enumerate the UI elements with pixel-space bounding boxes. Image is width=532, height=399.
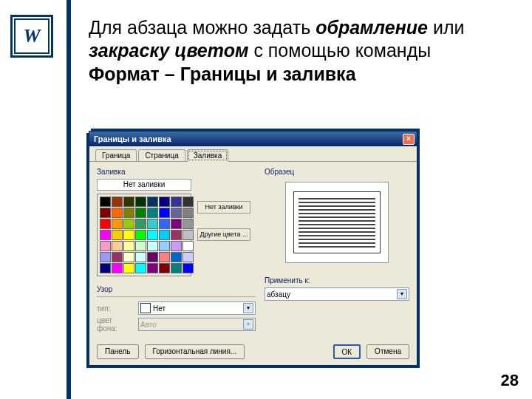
chevron-down-icon[interactable]: ▾ — [397, 289, 407, 299]
tab-border[interactable]: Граница — [95, 149, 137, 161]
page-number: 28 — [501, 371, 519, 390]
color-swatch[interactable] — [171, 208, 182, 218]
word-logo-icon: W — [10, 15, 53, 58]
more-colors-button[interactable]: Другие цвета ... — [197, 228, 250, 241]
chevron-down-icon[interactable]: ▾ — [243, 303, 253, 313]
dialog-title: Границы и заливка — [94, 134, 171, 143]
color-swatch[interactable] — [112, 219, 123, 229]
color-swatch[interactable] — [147, 252, 158, 262]
panel-button[interactable]: Панель — [97, 344, 139, 359]
color-swatch[interactable] — [183, 263, 194, 273]
dialog-titlebar[interactable]: Границы и заливка × — [89, 132, 417, 146]
color-swatch[interactable] — [112, 252, 123, 262]
slide-heading: Для абзаца можно задать обрамление или з… — [89, 16, 502, 86]
color-palette[interactable] — [97, 194, 191, 276]
type-label: тип: — [97, 304, 134, 313]
color-swatch[interactable] — [159, 230, 170, 240]
apply-to-label: Применить к: — [265, 276, 409, 284]
color-swatch[interactable] — [100, 219, 111, 229]
color-swatch[interactable] — [112, 230, 123, 240]
color-swatch[interactable] — [135, 230, 146, 240]
color-swatch[interactable] — [123, 263, 134, 273]
color-swatch[interactable] — [171, 263, 182, 273]
color-swatch[interactable] — [159, 219, 170, 229]
preview-box — [285, 182, 389, 263]
color-swatch[interactable] — [171, 252, 182, 262]
no-fill-button[interactable]: Нет заливки — [97, 179, 191, 191]
bgcolor-combo: Авто ▾ — [138, 318, 256, 331]
color-swatch[interactable] — [123, 208, 134, 218]
tab-strip: Граница Страница Заливка — [89, 146, 417, 162]
color-swatch[interactable] — [135, 197, 146, 207]
color-swatch[interactable] — [112, 197, 123, 207]
color-swatch[interactable] — [123, 252, 134, 262]
color-swatch[interactable] — [123, 219, 134, 229]
color-swatch[interactable] — [183, 241, 194, 251]
color-swatch[interactable] — [100, 252, 111, 262]
color-swatch[interactable] — [112, 263, 123, 273]
pattern-group-label: Узор — [97, 285, 256, 293]
ok-button[interactable]: ОК — [333, 344, 361, 359]
tab-page[interactable]: Страница — [138, 149, 185, 161]
color-swatch[interactable] — [159, 241, 170, 251]
pattern-type-combo[interactable]: Нет ▾ — [138, 301, 256, 315]
color-swatch[interactable] — [183, 208, 194, 218]
color-swatch[interactable] — [159, 197, 170, 207]
color-swatch[interactable] — [183, 230, 194, 240]
borders-shading-dialog: Границы и заливка × Граница Страница Зал… — [89, 131, 417, 366]
color-swatch[interactable] — [123, 197, 134, 207]
color-swatch[interactable] — [135, 241, 146, 251]
color-swatch[interactable] — [100, 241, 111, 251]
color-swatch[interactable] — [147, 208, 158, 218]
divider-line — [66, 0, 71, 399]
color-swatch[interactable] — [147, 230, 158, 240]
color-swatch[interactable] — [171, 197, 182, 207]
color-swatch[interactable] — [100, 263, 111, 273]
color-swatch[interactable] — [147, 263, 158, 273]
color-swatch[interactable] — [147, 241, 158, 251]
color-swatch[interactable] — [135, 263, 146, 273]
horizontal-line-button[interactable]: Горизонтальная линия... — [145, 344, 245, 359]
color-swatch[interactable] — [183, 252, 194, 262]
tab-fill[interactable]: Заливка — [187, 149, 229, 162]
color-swatch[interactable] — [183, 219, 194, 229]
color-swatch[interactable] — [100, 197, 111, 207]
cancel-button[interactable]: Отмена — [366, 344, 409, 359]
color-swatch[interactable] — [159, 208, 170, 218]
color-swatch[interactable] — [112, 208, 123, 218]
fill-group-label: Заливка — [97, 168, 256, 176]
color-swatch[interactable] — [171, 219, 182, 229]
color-swatch[interactable] — [112, 241, 123, 251]
color-swatch[interactable] — [123, 230, 134, 240]
color-swatch[interactable] — [147, 219, 158, 229]
color-swatch[interactable] — [183, 197, 194, 207]
color-swatch[interactable] — [147, 197, 158, 207]
preview-page-icon — [293, 191, 381, 253]
sample-label: Образец — [265, 168, 409, 176]
color-swatch[interactable] — [135, 219, 146, 229]
no-fill-label: Нет заливки — [197, 201, 250, 214]
color-swatch[interactable] — [135, 208, 146, 218]
color-swatch[interactable] — [159, 263, 170, 273]
apply-to-combo[interactable]: абзацу ▾ — [265, 287, 409, 301]
color-swatch[interactable] — [171, 241, 182, 251]
chevron-down-icon: ▾ — [243, 319, 253, 330]
color-swatch[interactable] — [100, 230, 111, 240]
color-swatch[interactable] — [171, 230, 182, 240]
color-swatch[interactable] — [135, 252, 146, 262]
color-swatch[interactable] — [123, 241, 134, 251]
bgcolor-label: цвет фона: — [97, 316, 134, 332]
close-icon[interactable]: × — [403, 134, 415, 145]
color-swatch[interactable] — [100, 208, 111, 218]
color-swatch[interactable] — [159, 252, 170, 262]
